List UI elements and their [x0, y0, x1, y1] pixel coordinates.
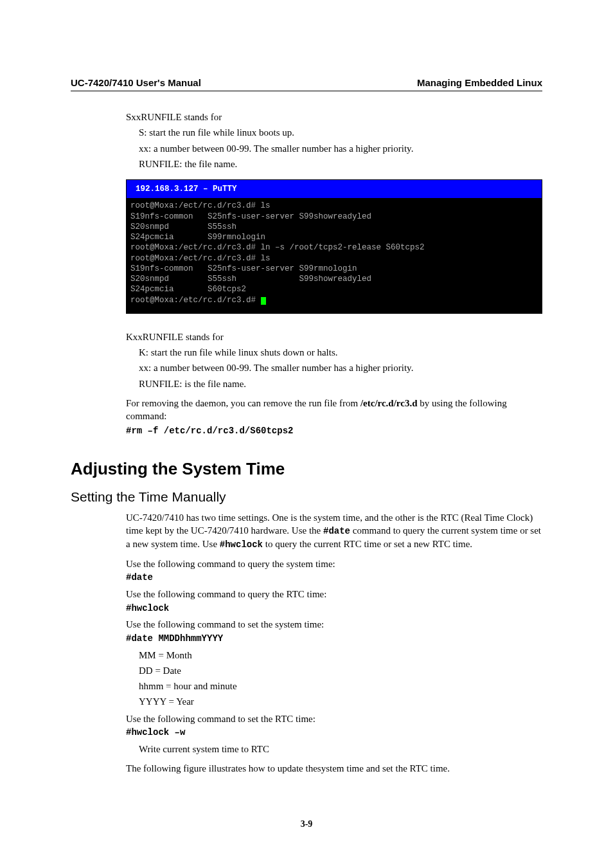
sxx-line-1: S: start the run file while linux boots …: [139, 126, 542, 139]
query-rtc-time-label: Use the following command to query the R…: [126, 588, 542, 601]
legend-dd: DD = Date: [139, 664, 542, 677]
time-p1c: to query the current RTC time or set a n…: [263, 539, 472, 549]
remove-command: #rm –f /etc/rc.d/rc3.d/S60tcps2: [126, 425, 542, 437]
sxx-list: S: start the run file while linux boots …: [139, 126, 542, 170]
time-intro: UC-7420/7410 has two time settings. One …: [126, 511, 542, 551]
query-system-time-cmd: #date: [126, 572, 542, 584]
legend-yyyy: YYYY = Year: [139, 695, 542, 708]
heading-setting-time-manually: Setting the Time Manually: [71, 489, 542, 505]
time-cmd-date-inline: #date: [323, 526, 350, 536]
kxx-list: K: start the run file while linux shuts …: [139, 346, 542, 390]
header-right: Managing Embedded Linux: [417, 77, 542, 88]
set-system-time-cmd: #date MMDDhhmmYYYY: [126, 633, 542, 645]
kxx-line-3: RUNFILE: is the file name.: [139, 377, 542, 390]
set-rtc-time-label: Use the following command to set the RTC…: [126, 712, 542, 725]
time-cmd-hwclock-inline: #hwclock: [220, 539, 263, 550]
terminal-body: root@Moxa:/ect/rc.d/rc3.d# ls S19nfs-com…: [127, 198, 542, 313]
kxx-lead: KxxRUNFILE stands for: [126, 330, 542, 343]
query-system-time-label: Use the following command to query the s…: [126, 557, 542, 570]
closing-paragraph: The following figure illustrates how to …: [126, 762, 542, 775]
query-rtc-time-cmd: #hwclock: [126, 602, 542, 615]
body-content: SxxRUNFILE stands for S: start the run f…: [126, 111, 542, 437]
terminal-cursor: [261, 297, 266, 305]
page-header: UC-7420/7410 User's Manual Managing Embe…: [71, 77, 542, 91]
set-system-time-label: Use the following command to set the sys…: [126, 618, 542, 631]
sxx-line-3: RUNFILE: the file name.: [139, 158, 542, 170]
time-section: UC-7420/7410 has two time settings. One …: [126, 511, 542, 775]
set-rtc-note: Write current system time to RTC: [139, 743, 542, 755]
remove-text-before: For removing the daemon, you can remove …: [126, 398, 360, 408]
sxx-lead: SxxRUNFILE stands for: [126, 111, 542, 123]
date-format-legend: MM = Month DD = Date hhmm = hour and min…: [139, 649, 542, 709]
kxx-line-2: xx: a number between 00-99. The smaller …: [139, 361, 542, 374]
page-number: 3-9: [0, 819, 613, 829]
legend-hhmm: hhmm = hour and minute: [139, 680, 542, 692]
terminal-title: 192.168.3.127 – PuTTY: [127, 180, 542, 198]
heading-adjusting-system-time: Adjusting the System Time: [71, 459, 542, 479]
terminal-text: root@Moxa:/ect/rc.d/rc3.d# ls S19nfs-com…: [130, 201, 425, 304]
set-rtc-time-cmd: #hwclock –w: [126, 727, 542, 739]
sxx-line-2: xx: a number between 00-99. The smaller …: [139, 142, 542, 155]
legend-mm: MM = Month: [139, 649, 542, 662]
page: UC-7420/7410 User's Manual Managing Embe…: [0, 0, 613, 868]
terminal-window: 192.168.3.127 – PuTTY root@Moxa:/ect/rc.…: [126, 179, 542, 314]
kxx-line-1: K: start the run file while linux shuts …: [139, 346, 542, 359]
header-left: UC-7420/7410 User's Manual: [71, 77, 201, 88]
remove-paragraph: For removing the daemon, you can remove …: [126, 397, 542, 423]
remove-path: /etc/rc.d/rc3.d: [360, 398, 418, 408]
set-rtc-note-block: Write current system time to RTC: [139, 743, 542, 755]
